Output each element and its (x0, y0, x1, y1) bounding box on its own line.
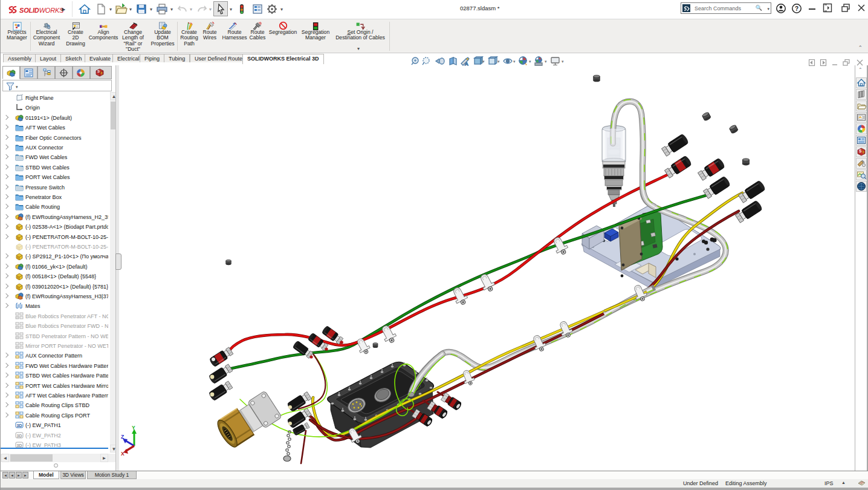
svg-text:Z: Z (121, 434, 124, 440)
svg-text:▾: ▾ (562, 59, 564, 64)
svg-text:S: S (97, 70, 100, 73)
svg-text:?: ? (795, 5, 798, 12)
svg-text:▾: ▾ (529, 59, 531, 64)
svg-text:▾: ▾ (497, 59, 500, 64)
svg-text:X: X (121, 451, 125, 457)
svg-text:▾: ▾ (482, 59, 485, 64)
svg-text:▾: ▾ (545, 59, 547, 64)
svg-text:▾: ▾ (513, 59, 516, 64)
svg-text:S: S (859, 149, 862, 153)
svg-text:Y: Y (132, 425, 135, 431)
svg-text:A: A (465, 61, 468, 67)
